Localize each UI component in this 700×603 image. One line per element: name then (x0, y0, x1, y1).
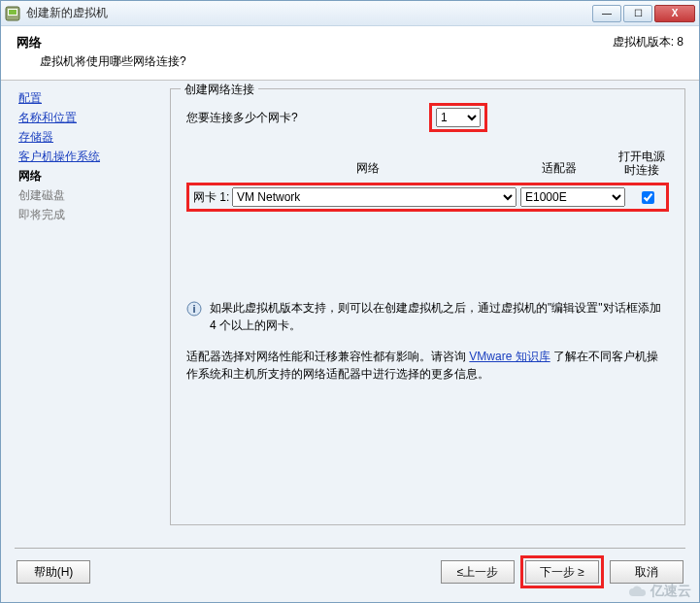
adapter-info: 适配器选择对网络性能和迁移兼容性都有影响。请咨询 VMware 知识库 了解在不… (186, 348, 669, 383)
maximize-button[interactable]: ☐ (623, 5, 652, 22)
nic-count-select[interactable]: 1 (436, 108, 481, 127)
svg-text:i: i (192, 303, 195, 315)
help-button[interactable]: 帮助(H) (17, 560, 90, 584)
step-create-disk: 创建磁盘 (18, 185, 170, 205)
group-legend: 创建网络连接 (181, 82, 258, 98)
footer-separator (15, 548, 685, 549)
col-adapter: 适配器 (504, 160, 615, 177)
nic1-network-select[interactable]: VM Network (232, 187, 517, 207)
window-title: 创建新的虚拟机 (26, 5, 592, 21)
page-subtitle: 虚拟机将使用哪些网络连接? (40, 53, 613, 70)
svg-rect-2 (9, 10, 17, 15)
col-power-connect: 打开电源时连接 (615, 150, 669, 177)
app-icon (5, 6, 20, 21)
titlebar: 创建新的虚拟机 — ☐ X (1, 1, 699, 26)
window-controls: — ☐ X (592, 5, 695, 22)
next-button[interactable]: 下一步 ≥ (525, 560, 599, 584)
info2-part-a: 适配器选择对网络性能和迁移兼容性都有影响。请咨询 (186, 350, 469, 363)
info-icon: i (186, 301, 202, 317)
info-note: i 如果此虚拟机版本支持，则可以在创建虚拟机之后，通过虚拟机的"编辑设置"对话框… (186, 299, 669, 334)
step-ready-complete: 即将完成 (18, 205, 170, 224)
minimize-button[interactable]: — (592, 5, 621, 22)
step-storage[interactable]: 存储器 (18, 127, 170, 147)
wizard-header: 网络 虚拟机将使用哪些网络连接? 虚拟机版本: 8 (1, 26, 699, 81)
close-button[interactable]: X (654, 5, 695, 22)
main-panel: 创建网络连接 您要连接多少个网卡? 1 网络 适配器 打开电源时连接 (170, 88, 685, 551)
column-headers: 网络 适配器 打开电源时连接 (186, 150, 669, 177)
page-title: 网络 (17, 34, 613, 51)
highlight-nic-count: 1 (429, 103, 487, 132)
vm-version-label: 虚拟机版本: 8 (613, 34, 683, 70)
step-name-location[interactable]: 名称和位置 (18, 108, 170, 127)
step-guest-os[interactable]: 客户机操作系统 (18, 147, 170, 166)
col-network: 网络 (231, 160, 504, 177)
back-button[interactable]: ≤上一步 (441, 560, 515, 584)
cancel-button[interactable]: 取消 (610, 560, 683, 584)
nic1-label: 网卡 1: (191, 189, 232, 206)
highlight-next: 下一步 ≥ (520, 555, 604, 588)
nic1-adapter-select[interactable]: E1000E (520, 187, 625, 207)
info-text-1: 如果此虚拟机版本支持，则可以在创建虚拟机之后，通过虚拟机的"编辑设置"对话框添加… (210, 299, 669, 334)
step-network[interactable]: 网络 (18, 166, 170, 185)
network-groupbox: 创建网络连接 您要连接多少个网卡? 1 网络 适配器 打开电源时连接 (170, 88, 685, 525)
step-config[interactable]: 配置 (18, 88, 170, 108)
wizard-window: 创建新的虚拟机 — ☐ X 网络 虚拟机将使用哪些网络连接? 虚拟机版本: 8 … (0, 0, 700, 603)
wizard-steps: 配置 名称和位置 存储器 客户机操作系统 网络 创建磁盘 即将完成 (15, 88, 170, 551)
kb-link[interactable]: VMware 知识库 (469, 350, 550, 363)
nic-count-question: 您要连接多少个网卡? (186, 110, 429, 126)
wizard-footer: 帮助(H) ≤上一步 下一步 ≥ 取消 (1, 555, 699, 588)
wizard-body: 配置 名称和位置 存储器 客户机操作系统 网络 创建磁盘 即将完成 创建网络连接… (1, 81, 699, 551)
highlight-nic-row: 网卡 1: VM Network E1000E (186, 183, 669, 212)
nic1-connect-checkbox[interactable] (642, 191, 654, 204)
